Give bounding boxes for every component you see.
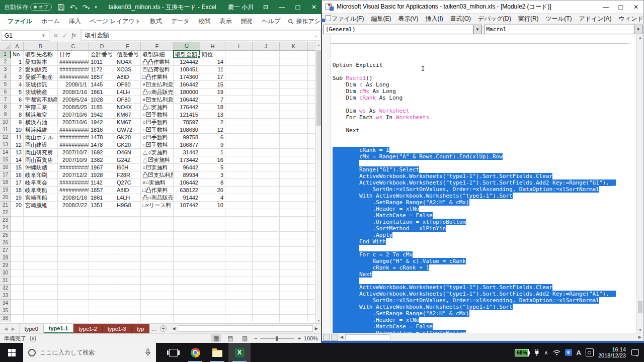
cell[interactable]: 凸凸作業料 bbox=[141, 58, 174, 66]
cell[interactable]: 宇都宮不動産 bbox=[24, 96, 58, 104]
cell[interactable]: ########## bbox=[58, 73, 89, 81]
cell[interactable]: F28R bbox=[115, 171, 141, 179]
row-header-14[interactable]: 14 bbox=[0, 149, 11, 156]
cell[interactable] bbox=[58, 254, 89, 262]
cell[interactable] bbox=[253, 51, 280, 58]
cell[interactable]: GW72 bbox=[115, 126, 141, 134]
ribbon-tab-6[interactable]: 校閲 bbox=[194, 14, 215, 29]
cell[interactable]: ○凹手数料 bbox=[141, 134, 174, 141]
cell[interactable]: 11 bbox=[200, 66, 225, 73]
cell[interactable] bbox=[225, 194, 253, 202]
cell[interactable] bbox=[200, 232, 225, 239]
cell[interactable] bbox=[253, 315, 280, 322]
cell[interactable] bbox=[225, 96, 253, 104]
cell[interactable] bbox=[174, 300, 200, 307]
row-header-13[interactable]: 13 bbox=[0, 141, 11, 149]
cell[interactable]: 1816 bbox=[89, 126, 115, 134]
cell[interactable]: 20 bbox=[11, 202, 24, 209]
cell[interactable] bbox=[11, 300, 24, 307]
cell[interactable] bbox=[115, 292, 141, 300]
cell[interactable] bbox=[141, 285, 174, 292]
cell[interactable] bbox=[253, 292, 280, 300]
row-header-25[interactable]: 25 bbox=[0, 232, 11, 239]
cell[interactable]: 1942 bbox=[89, 111, 115, 119]
cell[interactable]: ########## bbox=[58, 141, 89, 149]
row-header-3[interactable]: 3 bbox=[0, 66, 11, 73]
cell[interactable]: 1857 bbox=[89, 187, 115, 194]
cell[interactable]: 106877 bbox=[174, 141, 200, 149]
cell[interactable] bbox=[253, 149, 280, 156]
cell[interactable] bbox=[89, 224, 115, 232]
cell[interactable] bbox=[225, 111, 253, 119]
ribbon-tab-5[interactable]: データ bbox=[167, 14, 194, 29]
cell[interactable]: 愛知製本 bbox=[24, 58, 58, 66]
row-header-10[interactable]: 10 bbox=[0, 119, 11, 126]
start-button[interactable] bbox=[0, 343, 23, 362]
cell[interactable] bbox=[253, 171, 280, 179]
hidden-icons-chevron[interactable]: ∧ bbox=[544, 349, 548, 356]
wifi-icon[interactable] bbox=[553, 350, 560, 355]
cell[interactable]: ○凹手数料 bbox=[141, 111, 174, 119]
cell[interactable] bbox=[141, 224, 174, 232]
cell[interactable] bbox=[280, 58, 308, 66]
excel-taskbar-button[interactable]: X bbox=[228, 343, 251, 362]
cell[interactable]: 2008/5/25 bbox=[58, 104, 89, 111]
cell[interactable]: 8 bbox=[11, 111, 24, 119]
cell[interactable]: 7 bbox=[200, 96, 225, 104]
cell[interactable] bbox=[115, 277, 141, 285]
row-header-19[interactable]: 19 bbox=[0, 187, 11, 194]
page-break-view-icon[interactable]: ▥ bbox=[240, 334, 250, 342]
cell[interactable] bbox=[280, 126, 308, 134]
cell[interactable]: 99758 bbox=[174, 134, 200, 141]
cell[interactable] bbox=[253, 217, 280, 224]
row-header-16[interactable]: 16 bbox=[0, 164, 11, 171]
cell[interactable] bbox=[280, 51, 308, 58]
cell[interactable]: 5 bbox=[11, 88, 24, 96]
cell[interactable]: 2008/5/24 bbox=[58, 96, 89, 104]
close-button[interactable]: ✕ bbox=[306, 0, 322, 14]
cell[interactable]: 13 bbox=[11, 149, 24, 156]
cell[interactable] bbox=[11, 307, 24, 315]
cell[interactable] bbox=[24, 292, 58, 300]
cell[interactable]: 凸○商品販売 bbox=[141, 194, 174, 202]
cell[interactable]: 91442 bbox=[174, 194, 200, 202]
cell[interactable] bbox=[115, 254, 141, 262]
cell[interactable] bbox=[200, 209, 225, 217]
cell[interactable]: 1692 bbox=[89, 149, 115, 156]
cell[interactable]: □凸作業料 bbox=[141, 73, 174, 81]
cell[interactable]: 1478 bbox=[89, 134, 115, 141]
cell[interactable]: ×○実施料 bbox=[141, 179, 174, 187]
cell[interactable] bbox=[253, 269, 280, 277]
cell[interactable]: G24Z bbox=[115, 156, 141, 164]
cell[interactable]: 174360 bbox=[174, 73, 200, 81]
row-header-4[interactable]: 4 bbox=[0, 73, 11, 81]
cell[interactable] bbox=[280, 141, 308, 149]
row-header-24[interactable]: 24 bbox=[0, 224, 11, 232]
cell[interactable] bbox=[11, 232, 24, 239]
cell[interactable] bbox=[58, 232, 89, 239]
cell[interactable]: 124442 bbox=[174, 58, 200, 66]
cell[interactable] bbox=[58, 292, 89, 300]
cell[interactable]: 19 bbox=[200, 88, 225, 96]
cell[interactable] bbox=[225, 247, 253, 254]
cell[interactable] bbox=[115, 217, 141, 224]
cell[interactable]: 宇部工業 bbox=[24, 104, 58, 111]
cell[interactable]: O46N bbox=[115, 149, 141, 156]
cell[interactable] bbox=[174, 247, 200, 254]
cell[interactable] bbox=[200, 224, 225, 232]
cell[interactable]: 2007/10/9 bbox=[58, 156, 89, 164]
cell[interactable] bbox=[225, 66, 253, 73]
cell[interactable]: 2008/2/22 bbox=[58, 202, 89, 209]
cell[interactable]: 1185 bbox=[89, 104, 115, 111]
row-header-18[interactable]: 18 bbox=[0, 179, 11, 187]
cell[interactable] bbox=[11, 254, 24, 262]
ribbon-tab-7[interactable]: 表示 bbox=[215, 14, 236, 29]
cell[interactable] bbox=[115, 224, 141, 232]
cell[interactable] bbox=[225, 224, 253, 232]
dropdown-arrow-icon[interactable]: ▼ bbox=[634, 25, 642, 34]
vba-menu-item[interactable]: 編集(E) bbox=[367, 14, 394, 24]
cell[interactable] bbox=[24, 247, 58, 254]
cell[interactable]: 宮崎商船 bbox=[24, 194, 58, 202]
cell[interactable] bbox=[225, 277, 253, 285]
cell[interactable] bbox=[141, 209, 174, 217]
